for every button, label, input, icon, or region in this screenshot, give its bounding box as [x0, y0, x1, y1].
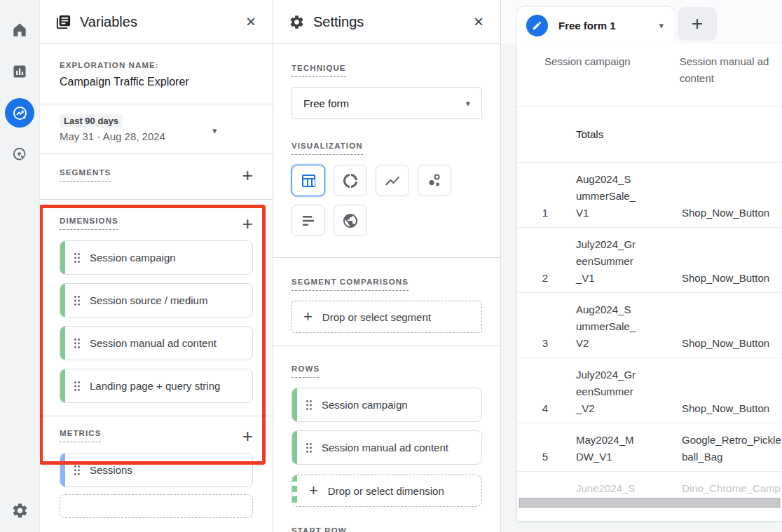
segment-drop-zone[interactable]: + Drop or select segment	[291, 301, 482, 333]
dimension-chip[interactable]: Session source / medium	[60, 283, 253, 318]
rows-section: ROWS Session campaign Session manual ad …	[273, 346, 500, 507]
viz-bar-button[interactable]	[291, 205, 325, 236]
cell-session-manual-ad-content: Shop_Now_Button	[682, 270, 782, 287]
dimensions-section: DIMENSIONS + Session campaign Session so…	[40, 200, 273, 416]
explore-icon	[11, 104, 29, 122]
dimension-chip[interactable]: Landing page + query string	[60, 369, 253, 403]
dimension-chip[interactable]: Session manual ad content	[60, 326, 253, 360]
cell-session-campaign: Aug2024_SummerSale_V1	[576, 171, 636, 221]
caret-down-icon: ▾	[465, 98, 470, 109]
drag-handle-icon[interactable]	[306, 400, 313, 411]
dimension-color-bar	[292, 431, 297, 464]
settings-panel: Settings × TECHNIQUE Free form ▾ VISUALI…	[273, 0, 501, 532]
dimension-chip[interactable]: Session campaign	[60, 240, 253, 275]
row-number: 5	[517, 449, 548, 465]
dimension-color-bar	[60, 369, 65, 402]
donut-chart-icon	[342, 172, 359, 189]
scrollbar-track[interactable]	[519, 498, 781, 508]
date-range-section[interactable]: Last 90 days May 31 - Aug 28, 2024 ▾	[40, 104, 273, 154]
row-dimension-chip[interactable]: Session manual ad content	[291, 430, 482, 465]
row-number: 4	[517, 400, 548, 417]
metrics-label: METRICS	[60, 429, 101, 442]
technique-select[interactable]: Free form ▾	[291, 87, 482, 119]
start-row-section: START ROW	[273, 507, 500, 532]
column-header-session-campaign[interactable]: Session campaign	[544, 53, 633, 106]
drag-handle-icon[interactable]	[74, 252, 81, 264]
pencil-icon	[532, 20, 542, 31]
metric-chip-label: Sessions	[90, 464, 132, 476]
segment-drop-label: Drop or select segment	[322, 311, 431, 323]
nav-rail	[0, 0, 40, 532]
row-number: 2	[517, 270, 548, 287]
caret-down-icon[interactable]: ▾	[659, 20, 664, 31]
settings-title: Settings	[313, 14, 364, 30]
scatter-chart-icon	[426, 172, 443, 189]
plus-icon: +	[309, 482, 318, 500]
cell-session-campaign: July2024_GreenSummer_V2	[576, 367, 636, 417]
table-row[interactable]: 2 July2024_GreenSummer_V1 Shop_Now_Butto…	[517, 228, 782, 293]
cell-session-campaign: May2024_MDW_V1	[576, 432, 636, 465]
drag-handle-icon[interactable]	[74, 465, 81, 476]
viz-donut-button[interactable]	[334, 165, 367, 196]
dimension-drop-zone[interactable]: + Drop or select dimension	[291, 475, 482, 507]
add-tab-button[interactable]: +	[678, 7, 717, 41]
add-metric-button[interactable]: +	[242, 429, 253, 443]
row-dimension-label: Session campaign	[322, 399, 408, 411]
table-row[interactable]: 5 May2024_MDW_V1 Google_Retro_Pickleball…	[517, 423, 782, 472]
dimension-color-bar	[60, 284, 65, 317]
metric-chip[interactable]: Sessions	[60, 453, 253, 487]
row-number: 1	[517, 205, 548, 221]
cell-session-manual-ad-content: Shop_Now_Button	[682, 205, 782, 221]
technique-label: TECHNIQUE	[291, 64, 346, 77]
settings-close-icon[interactable]: ×	[474, 13, 483, 30]
totals-row: Totals	[517, 107, 782, 163]
cell-session-campaign: July2024_GreenSummer_V1	[576, 236, 636, 287]
table-chart-icon	[300, 172, 317, 189]
drag-handle-icon[interactable]	[306, 442, 313, 453]
nav-advertising[interactable]	[5, 139, 34, 169]
viz-line-button[interactable]	[376, 165, 409, 196]
tab-free-form-1[interactable]: Free form 1 ▾	[517, 7, 675, 43]
viz-table-button[interactable]	[291, 165, 325, 196]
scrollbar-thumb[interactable]	[519, 498, 780, 507]
cell-session-manual-ad-content: Shop_Now_Button	[682, 400, 782, 417]
variables-close-icon[interactable]: ×	[246, 13, 256, 30]
cell-session-manual-ad-content: Google_Retro_Pickleball_Bag	[682, 432, 782, 465]
viz-geo-button[interactable]	[334, 205, 367, 236]
dimension-color-bar	[292, 388, 297, 421]
metric-drop-zone[interactable]	[60, 494, 253, 518]
ads-click-icon	[11, 146, 29, 163]
nav-home[interactable]	[5, 15, 34, 45]
dimension-chip-label: Session manual ad content	[90, 337, 217, 349]
rows-label: ROWS	[291, 364, 320, 378]
date-range-value: May 31 - Aug 28, 2024	[60, 130, 253, 142]
table-row[interactable]: 1 Aug2024_SummerSale_V1 Shop_Now_Button	[517, 163, 782, 228]
column-header-session-manual-ad-content[interactable]: Session manual ad content	[680, 53, 782, 106]
caret-down-icon[interactable]: ▾	[212, 125, 217, 136]
exploration-name-value[interactable]: Campaign Traffic Explorer	[60, 76, 253, 88]
add-segment-button[interactable]: +	[242, 168, 253, 182]
cell-session-manual-ad-content: Shop_Now_Button	[682, 335, 782, 352]
nav-explore[interactable]	[5, 98, 34, 128]
drag-handle-icon[interactable]	[74, 381, 81, 392]
dimension-color-bar	[60, 327, 65, 360]
totals-label: Totals	[576, 128, 603, 140]
drag-handle-icon[interactable]	[74, 338, 81, 349]
nav-admin[interactable]	[6, 496, 35, 525]
bar-chart-horizontal-icon	[300, 212, 317, 229]
start-row-label: START ROW	[291, 526, 347, 532]
table-row[interactable]: 4 July2024_GreenSummer_V2 Shop_Now_Butto…	[517, 358, 782, 423]
add-dimension-button[interactable]: +	[242, 217, 253, 231]
viz-scatter-button[interactable]	[418, 165, 451, 196]
row-dimension-chip[interactable]: Session campaign	[291, 388, 482, 422]
table-header-row: Session campaign Session manual ad conte…	[517, 43, 782, 107]
dimension-drop-label: Drop or select dimension	[328, 485, 444, 497]
report-table-card: Session campaign Session manual ad conte…	[517, 43, 782, 521]
date-range-badge: Last 90 days	[60, 114, 123, 128]
table-row[interactable]: 3 Aug2024_SummerSale_V2 Shop_Now_Button	[517, 293, 782, 358]
drag-handle-icon[interactable]	[74, 295, 81, 306]
nav-reports[interactable]	[5, 57, 34, 86]
exploration-name-label: EXPLORATION NAME:	[60, 61, 159, 71]
dimensions-label: DIMENSIONS	[60, 217, 118, 230]
variables-title: Variables	[80, 14, 137, 30]
